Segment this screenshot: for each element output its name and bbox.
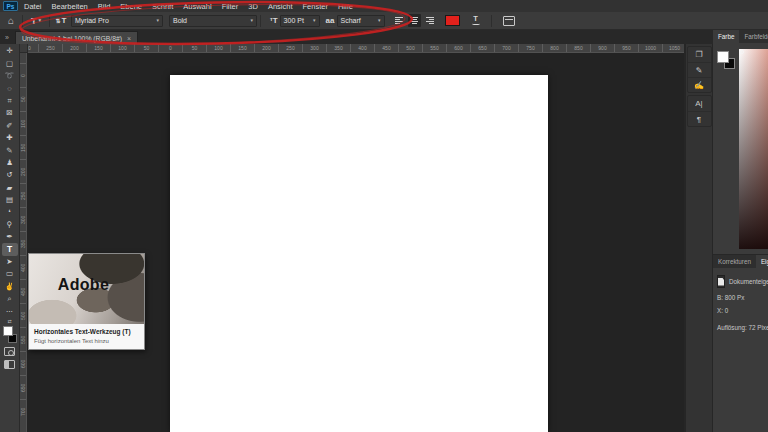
dodge-tool[interactable]: ⚲	[2, 218, 18, 230]
eyedropper-tool[interactable]: ✐	[2, 119, 18, 131]
history-brush-tool[interactable]: ↺	[2, 169, 18, 181]
ruler-label: 0	[158, 44, 182, 53]
tab-eigenschaften[interactable]: Eigenschaften	[756, 255, 768, 268]
crop-tool[interactable]: ⌗	[2, 95, 18, 107]
menu-item[interactable]: Bild	[98, 2, 111, 11]
path-selection-tool[interactable]: ➤	[2, 256, 18, 268]
ruler-label: 350	[20, 231, 27, 255]
frame-tool[interactable]: ⊠	[2, 107, 18, 119]
brush-settings-panel-icon[interactable]: ✍	[688, 77, 711, 92]
ruler-label: 1050	[662, 44, 684, 53]
menu-item[interactable]: Bearbeiten	[52, 2, 88, 11]
text-orientation-button[interactable]: ⇅ T	[53, 14, 69, 28]
menu-item[interactable]: Filter	[222, 2, 239, 11]
menu-item[interactable]: Schrift	[152, 2, 173, 11]
eraser-tool[interactable]: ▰	[2, 181, 18, 193]
font-size-select[interactable]: 300 Pt ▾	[280, 15, 320, 27]
ruler-label: 50	[182, 44, 206, 53]
align-right-button[interactable]	[423, 14, 436, 27]
pen-tool[interactable]: ✒	[2, 231, 18, 243]
document-properties-row[interactable]: Dokumenteigenschaften	[717, 275, 768, 288]
document-tab[interactable]: Unbenannt-1 bei 100% (RGB/8#) ×	[15, 31, 138, 44]
zoom-tool[interactable]: ⌕	[2, 293, 18, 305]
ruler-label: 100	[110, 44, 134, 53]
shape-tool[interactable]: ▭	[2, 268, 18, 280]
menu-item[interactable]: Ansicht	[268, 2, 293, 11]
big-t: T	[273, 16, 278, 25]
character-panel-icon[interactable]: A|	[688, 96, 711, 111]
menu-item[interactable]: 3D	[248, 2, 258, 11]
close-icon[interactable]: ×	[127, 35, 131, 42]
type-tool-preset-button[interactable]: T ▾	[26, 14, 46, 28]
panel-foreground-swatch[interactable]	[717, 51, 729, 63]
canvas-workspace: 3002502001501005005010015020025030035040…	[20, 44, 684, 432]
ruler-label: 950	[614, 44, 638, 53]
rectangular-marquee-tool[interactable]: ▢	[2, 57, 18, 69]
divider	[491, 15, 492, 27]
move-tool[interactable]: ✛	[2, 45, 18, 57]
clone-stamp-tool[interactable]: ♟	[2, 157, 18, 169]
quick-selection-tool[interactable]: ◌	[2, 82, 18, 94]
menu-item[interactable]: Fenster	[303, 2, 328, 11]
font-style-select[interactable]: Bold ▾	[169, 15, 257, 27]
brush-tool[interactable]: ✎	[2, 144, 18, 156]
tab-korrekturen[interactable]: Korrekturen	[713, 255, 756, 268]
ruler-label: 0	[20, 63, 27, 87]
ruler-label: 250	[20, 183, 27, 207]
menu-bar: Ps DateiBearbeitenBildEbeneSchriftAuswah…	[0, 0, 768, 12]
warp-text-button[interactable]: T	[469, 14, 483, 28]
ruler-label: 250	[278, 44, 302, 53]
ruler-label: 400	[350, 44, 374, 53]
ruler-label: 250	[38, 44, 62, 53]
brushes-panel-icon[interactable]: ✎	[688, 62, 711, 77]
gradient-tool[interactable]: ▤	[2, 194, 18, 206]
paragraph-panel-icon[interactable]: ¶	[688, 111, 711, 126]
color-panel-tabs: Farbe Farbfelder	[713, 30, 768, 43]
ruler-label: 150	[20, 135, 27, 159]
lasso-tool[interactable]: ➰	[2, 70, 18, 82]
ruler-label: 900	[590, 44, 614, 53]
spot-healing-tool[interactable]: ✚	[2, 132, 18, 144]
toggle-panels-button[interactable]	[503, 16, 515, 26]
horizontal-ruler: 3002502001501005005010015020025030035040…	[20, 44, 684, 53]
tools-panel: ✛ ▢ ➰ ◌ ⌗ ⊠ ✐ ✚ ✎ ♟ ↺ ▰ ▤ ❛ ⚲ ✒ T ➤ ▭ ✌ …	[0, 44, 20, 432]
tab-overflow-icon[interactable]: »	[5, 34, 9, 41]
menu-item[interactable]: Auswahl	[183, 2, 211, 11]
swap-colors-icon[interactable]: ⇄	[7, 318, 11, 325]
quick-mask-button[interactable]	[4, 347, 15, 356]
menu-item[interactable]: Datei	[24, 2, 42, 11]
foreground-background-swatches	[2, 326, 18, 343]
align-center-button[interactable]	[408, 14, 421, 27]
saturation-brightness-picker[interactable]	[739, 49, 768, 249]
chevron-down-icon: ▾	[250, 18, 253, 23]
type-tool-selected[interactable]: T	[2, 243, 18, 255]
screen-mode-button[interactable]	[4, 360, 15, 369]
font-size-icon: тT	[270, 16, 278, 25]
home-icon[interactable]: ⌂	[3, 14, 19, 28]
document-icon	[717, 275, 725, 288]
chevron-down-icon: ▾	[156, 18, 159, 23]
type-tool-icon: T	[31, 16, 37, 26]
libraries-panel-icon[interactable]: ❐	[688, 47, 711, 62]
ruler-label: 600	[20, 351, 27, 375]
more-tools-button[interactable]: ⋯	[2, 305, 18, 317]
text-color-swatch[interactable]	[445, 15, 460, 26]
properties-panel-tabs: Korrekturen Eigenschaften	[713, 255, 768, 268]
font-family-select[interactable]: Myriad Pro ▾	[71, 15, 163, 27]
menu-item[interactable]: Hilfe	[338, 2, 353, 11]
foreground-color-swatch[interactable]	[3, 326, 13, 336]
tab-farbe[interactable]: Farbe	[713, 30, 739, 43]
blur-tool[interactable]: ❛	[2, 206, 18, 218]
ruler-label: 800	[542, 44, 566, 53]
menu-item[interactable]: Ebene	[120, 2, 142, 11]
ruler-label: 300	[302, 44, 326, 53]
ruler-label: 600	[446, 44, 470, 53]
divider	[260, 15, 261, 27]
hand-tool[interactable]: ✌	[2, 280, 18, 292]
tab-farbfelder[interactable]: Farbfelder	[739, 30, 768, 43]
anti-alias-select[interactable]: Scharf ▾	[337, 15, 385, 27]
document-canvas[interactable]	[170, 75, 548, 432]
photoshop-logo-icon[interactable]: Ps	[3, 1, 18, 11]
align-left-button[interactable]	[393, 14, 406, 27]
document-x-value: X: 0	[717, 307, 768, 314]
